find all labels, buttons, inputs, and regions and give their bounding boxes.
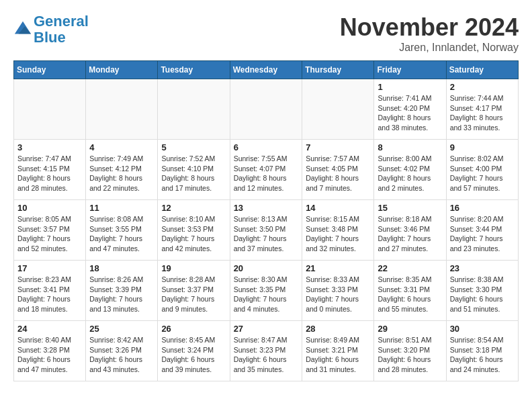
calendar-cell: 14Sunrise: 8:15 AM Sunset: 3:48 PM Dayli… — [302, 200, 374, 261]
day-info: Sunrise: 7:57 AM Sunset: 4:05 PM Dayligh… — [306, 154, 370, 193]
day-number: 25 — [89, 324, 154, 334]
calendar-cell: 21Sunrise: 8:33 AM Sunset: 3:33 PM Dayli… — [302, 261, 374, 321]
calendar-cell: 4Sunrise: 7:49 AM Sunset: 4:12 PM Daylig… — [86, 140, 158, 200]
day-number: 10 — [17, 203, 82, 213]
logo-icon — [13, 20, 32, 39]
calendar-cell: 2Sunrise: 7:44 AM Sunset: 4:17 PM Daylig… — [446, 79, 518, 140]
day-number: 21 — [306, 263, 370, 273]
day-number: 5 — [161, 142, 226, 152]
day-info: Sunrise: 7:49 AM Sunset: 4:12 PM Dayligh… — [89, 154, 154, 193]
col-header-tuesday: Tuesday — [158, 61, 230, 79]
col-header-monday: Monday — [86, 61, 158, 79]
day-info: Sunrise: 8:02 AM Sunset: 4:00 PM Dayligh… — [450, 154, 515, 193]
day-info: Sunrise: 8:00 AM Sunset: 4:02 PM Dayligh… — [378, 154, 442, 193]
calendar-cell: 9Sunrise: 8:02 AM Sunset: 4:00 PM Daylig… — [446, 140, 518, 200]
day-info: Sunrise: 8:54 AM Sunset: 3:18 PM Dayligh… — [450, 335, 515, 375]
week-row-3: 10Sunrise: 8:05 AM Sunset: 3:57 PM Dayli… — [14, 200, 519, 261]
calendar-cell — [86, 79, 158, 140]
day-info: Sunrise: 8:49 AM Sunset: 3:21 PM Dayligh… — [306, 335, 370, 375]
day-number: 23 — [450, 263, 515, 273]
day-number: 13 — [234, 203, 299, 213]
day-info: Sunrise: 8:28 AM Sunset: 3:37 PM Dayligh… — [161, 275, 226, 314]
calendar-cell — [158, 79, 230, 140]
day-number: 15 — [378, 203, 442, 213]
day-number: 3 — [17, 142, 82, 152]
calendar-cell: 20Sunrise: 8:30 AM Sunset: 3:35 PM Dayli… — [230, 261, 302, 321]
week-row-4: 17Sunrise: 8:23 AM Sunset: 3:41 PM Dayli… — [14, 261, 519, 321]
calendar-cell — [302, 79, 374, 140]
col-header-friday: Friday — [374, 61, 446, 79]
day-number: 8 — [378, 142, 442, 152]
day-info: Sunrise: 8:15 AM Sunset: 3:48 PM Dayligh… — [306, 214, 370, 254]
day-number: 28 — [306, 324, 370, 334]
day-number: 26 — [161, 324, 226, 334]
calendar-cell: 16Sunrise: 8:20 AM Sunset: 3:44 PM Dayli… — [446, 200, 518, 261]
calendar-cell: 13Sunrise: 8:13 AM Sunset: 3:50 PM Dayli… — [230, 200, 302, 261]
day-info: Sunrise: 8:05 AM Sunset: 3:57 PM Dayligh… — [17, 214, 82, 254]
day-number: 14 — [306, 203, 370, 213]
day-number: 29 — [378, 324, 442, 334]
day-info: Sunrise: 8:51 AM Sunset: 3:20 PM Dayligh… — [378, 335, 442, 375]
logo: General Blue — [13, 13, 89, 46]
day-info: Sunrise: 7:52 AM Sunset: 4:10 PM Dayligh… — [161, 154, 226, 193]
col-header-wednesday: Wednesday — [230, 61, 302, 79]
calendar-cell: 28Sunrise: 8:49 AM Sunset: 3:21 PM Dayli… — [302, 321, 374, 381]
week-row-2: 3Sunrise: 7:47 AM Sunset: 4:15 PM Daylig… — [14, 140, 519, 200]
logo-text: General Blue — [34, 13, 89, 46]
day-info: Sunrise: 8:38 AM Sunset: 3:30 PM Dayligh… — [450, 275, 515, 314]
col-header-sunday: Sunday — [14, 61, 86, 79]
day-number: 24 — [17, 324, 82, 334]
header-row: SundayMondayTuesdayWednesdayThursdayFrid… — [14, 61, 519, 79]
week-row-5: 24Sunrise: 8:40 AM Sunset: 3:28 PM Dayli… — [14, 321, 519, 381]
day-number: 17 — [17, 263, 82, 273]
logo-line2: Blue — [34, 29, 66, 46]
day-number: 1 — [378, 82, 442, 92]
calendar-cell: 6Sunrise: 7:55 AM Sunset: 4:07 PM Daylig… — [230, 140, 302, 200]
day-info: Sunrise: 7:55 AM Sunset: 4:07 PM Dayligh… — [234, 154, 299, 193]
day-info: Sunrise: 8:40 AM Sunset: 3:28 PM Dayligh… — [17, 335, 82, 375]
calendar-cell: 7Sunrise: 7:57 AM Sunset: 4:05 PM Daylig… — [302, 140, 374, 200]
day-info: Sunrise: 8:10 AM Sunset: 3:53 PM Dayligh… — [161, 214, 226, 254]
day-info: Sunrise: 7:41 AM Sunset: 4:20 PM Dayligh… — [378, 93, 442, 133]
calendar-cell: 29Sunrise: 8:51 AM Sunset: 3:20 PM Dayli… — [374, 321, 446, 381]
day-info: Sunrise: 8:42 AM Sunset: 3:26 PM Dayligh… — [89, 335, 154, 375]
day-number: 7 — [306, 142, 370, 152]
calendar-cell: 8Sunrise: 8:00 AM Sunset: 4:02 PM Daylig… — [374, 140, 446, 200]
day-number: 27 — [234, 324, 299, 334]
day-info: Sunrise: 8:18 AM Sunset: 3:46 PM Dayligh… — [378, 214, 442, 254]
calendar: SundayMondayTuesdayWednesdayThursdayFrid… — [13, 60, 519, 381]
day-number: 16 — [450, 203, 515, 213]
day-info: Sunrise: 8:33 AM Sunset: 3:33 PM Dayligh… — [306, 275, 370, 314]
month-title: November 2024 — [340, 13, 519, 42]
calendar-cell: 27Sunrise: 8:47 AM Sunset: 3:23 PM Dayli… — [230, 321, 302, 381]
location: Jaren, Innlandet, Norway — [340, 42, 519, 54]
day-info: Sunrise: 8:35 AM Sunset: 3:31 PM Dayligh… — [378, 275, 442, 314]
day-number: 19 — [161, 263, 226, 273]
calendar-cell: 23Sunrise: 8:38 AM Sunset: 3:30 PM Dayli… — [446, 261, 518, 321]
calendar-cell: 10Sunrise: 8:05 AM Sunset: 3:57 PM Dayli… — [14, 200, 86, 261]
week-row-1: 1Sunrise: 7:41 AM Sunset: 4:20 PM Daylig… — [14, 79, 519, 140]
col-header-thursday: Thursday — [302, 61, 374, 79]
day-info: Sunrise: 8:13 AM Sunset: 3:50 PM Dayligh… — [234, 214, 299, 254]
calendar-cell: 12Sunrise: 8:10 AM Sunset: 3:53 PM Dayli… — [158, 200, 230, 261]
day-number: 20 — [234, 263, 299, 273]
calendar-cell: 22Sunrise: 8:35 AM Sunset: 3:31 PM Dayli… — [374, 261, 446, 321]
day-info: Sunrise: 8:45 AM Sunset: 3:24 PM Dayligh… — [161, 335, 226, 375]
day-number: 12 — [161, 203, 226, 213]
calendar-cell: 3Sunrise: 7:47 AM Sunset: 4:15 PM Daylig… — [14, 140, 86, 200]
calendar-cell: 18Sunrise: 8:26 AM Sunset: 3:39 PM Dayli… — [86, 261, 158, 321]
day-number: 18 — [89, 263, 154, 273]
calendar-cell: 11Sunrise: 8:08 AM Sunset: 3:55 PM Dayli… — [86, 200, 158, 261]
day-number: 22 — [378, 263, 442, 273]
day-info: Sunrise: 8:20 AM Sunset: 3:44 PM Dayligh… — [450, 214, 515, 254]
calendar-cell: 15Sunrise: 8:18 AM Sunset: 3:46 PM Dayli… — [374, 200, 446, 261]
day-info: Sunrise: 8:30 AM Sunset: 3:35 PM Dayligh… — [234, 275, 299, 314]
day-info: Sunrise: 8:26 AM Sunset: 3:39 PM Dayligh… — [89, 275, 154, 314]
calendar-cell: 1Sunrise: 7:41 AM Sunset: 4:20 PM Daylig… — [374, 79, 446, 140]
col-header-saturday: Saturday — [446, 61, 518, 79]
calendar-cell: 5Sunrise: 7:52 AM Sunset: 4:10 PM Daylig… — [158, 140, 230, 200]
calendar-cell: 24Sunrise: 8:40 AM Sunset: 3:28 PM Dayli… — [14, 321, 86, 381]
day-info: Sunrise: 7:47 AM Sunset: 4:15 PM Dayligh… — [17, 154, 82, 193]
day-number: 2 — [450, 82, 515, 92]
title-area: November 2024 Jaren, Innlandet, Norway — [340, 13, 519, 54]
